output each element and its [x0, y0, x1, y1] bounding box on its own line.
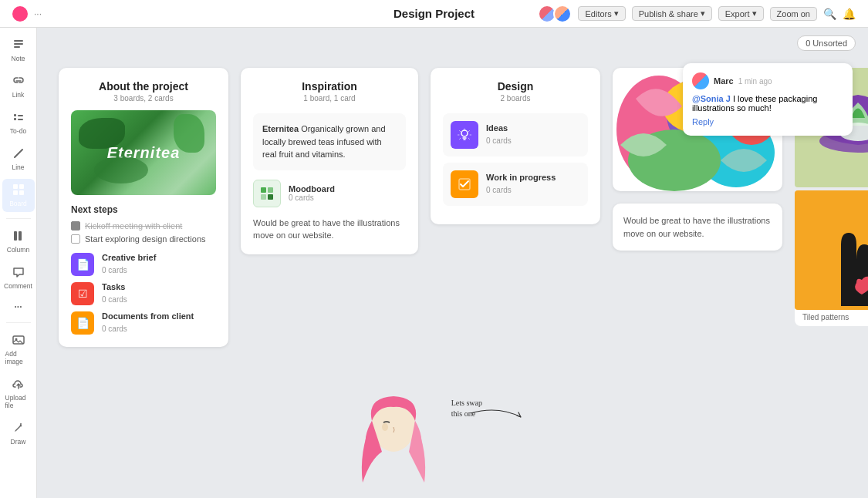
person-sketch-svg [351, 390, 444, 498]
about-items: 📄 Creative brief 0 cards ☑ Tasks 0 cards… [71, 253, 216, 335]
moodboard-title: Moodboard [289, 184, 335, 193]
sidebar-item-more[interactable]: ··· [2, 298, 35, 316]
app-logo [12, 6, 28, 22]
moodboard-item[interactable]: Moodboard 0 cards [253, 180, 406, 207]
zoom-button[interactable]: Zoom on [770, 7, 817, 21]
link-icon [12, 75, 25, 89]
sidebar-label-column: Column [7, 246, 29, 254]
svg-rect-2 [14, 46, 20, 48]
sidebar-item-column[interactable]: Column [2, 225, 35, 258]
sidebar-item-board[interactable]: Board [2, 179, 35, 212]
tasks-item[interactable]: ☑ Tasks 0 cards [71, 282, 216, 305]
sidebar-item-link[interactable]: Link [2, 70, 35, 103]
comment-body: @Sonia J I love these packaging illustra… [692, 94, 843, 113]
topbar: ··· Design Project Editors ▾ Publish & s… [0, 0, 868, 28]
svg-rect-18 [268, 187, 273, 193]
photo-grid-label: Tiled patterns [795, 308, 868, 326]
inspiration-card: Inspiration 1 board, 1 card Eternitea Or… [241, 68, 418, 254]
publish-button[interactable]: Publish & share ▾ [632, 6, 712, 21]
sidebar-item-addimage[interactable]: Add image [2, 329, 35, 370]
svg-rect-10 [13, 190, 18, 195]
comment-mention: @Sonia J [692, 94, 731, 103]
todo-icon [12, 111, 25, 126]
topbar-actions: Editors ▾ Publish & share ▾ Export ▾ Zoo… [538, 5, 856, 23]
wip-icon [451, 170, 478, 198]
checkbox-2[interactable] [71, 234, 80, 244]
documents-icon: 📄 [71, 311, 94, 335]
topbar-title: Design Project [393, 7, 475, 20]
tasks-icon: ☑ [71, 282, 94, 305]
note-card: Would be great to have the illustrations… [613, 204, 782, 251]
avatar-2 [553, 5, 572, 23]
wip-item[interactable]: Work in progress 0 cards [443, 163, 588, 206]
checklist-item-2: Start exploring design directions [71, 234, 216, 244]
svg-rect-19 [261, 194, 266, 200]
sidebar-item-uploadfile[interactable]: Upload file [2, 373, 35, 414]
checkbox-1[interactable] [71, 221, 80, 230]
checklist-text-2: Start exploring design directions [85, 234, 206, 244]
sidebar-item-todo[interactable]: To-do [2, 106, 35, 140]
uploadfile-icon [12, 378, 25, 392]
design-card: Design 2 boards Ideas 0 cards Work in pr… [431, 68, 600, 224]
inspiration-subtitle: 1 board, 1 card [253, 94, 406, 103]
sidebar-label-comment: Comment [4, 282, 32, 290]
sidebar: Note Link To-do Line Board Column C [0, 28, 37, 498]
documents-info: Documents from client 0 cards [102, 311, 194, 335]
moodboard-cards: 0 cards [289, 193, 335, 202]
documents-item[interactable]: 📄 Documents from client 0 cards [71, 311, 216, 335]
about-subtitle: 3 boards, 2 cards [71, 94, 216, 103]
draw-icon [12, 422, 25, 436]
checklist-item-1: Kickoff meeting with client [71, 221, 216, 230]
comment-time: 1 min ago [738, 77, 772, 86]
unsorted-badge[interactable]: 0 Unsorted [797, 35, 856, 51]
svg-rect-4 [18, 115, 23, 116]
moodboard-icon [253, 180, 281, 207]
creative-brief-icon: 📄 [71, 253, 94, 276]
svg-rect-8 [13, 184, 18, 189]
ideas-info: Ideas 0 cards [486, 123, 512, 146]
topbar-breadcrumb: ··· [34, 8, 42, 19]
svg-rect-20 [268, 194, 273, 200]
about-hero: Eternitea [71, 110, 216, 195]
inspiration-note: Would be great to have the illustrations… [253, 217, 406, 242]
svg-rect-6 [18, 119, 23, 120]
sidebar-item-note[interactable]: Note [2, 34, 35, 67]
svg-rect-11 [19, 190, 24, 195]
notifications-icon[interactable]: 🔔 [843, 8, 856, 20]
svg-rect-12 [14, 231, 17, 241]
ideas-item[interactable]: Ideas 0 cards [443, 113, 588, 156]
reply-button[interactable]: Reply [692, 117, 843, 126]
eternitea-name: Eternitea [262, 124, 301, 133]
note-text: Would be great to have the illustrations… [623, 216, 770, 238]
inspiration-title: Inspiration [253, 80, 406, 93]
note-icon [12, 39, 25, 53]
topbar-left: ··· [12, 6, 42, 22]
editors-avatars [538, 5, 572, 23]
creative-brief-item[interactable]: 📄 Creative brief 0 cards [71, 253, 216, 276]
export-button[interactable]: Export ▾ [718, 6, 764, 21]
search-icon[interactable]: 🔍 [823, 8, 836, 20]
svg-point-21 [461, 130, 468, 136]
board-icon [12, 183, 25, 198]
sidebar-item-line[interactable]: Line [2, 143, 35, 176]
svg-line-7 [15, 150, 22, 157]
design-subtitle: 2 boards [443, 94, 588, 103]
more-icon: ··· [14, 302, 22, 311]
sidebar-item-draw[interactable]: Draw [2, 417, 35, 450]
column-icon [12, 230, 25, 244]
creative-brief-info: Creative brief 0 cards [102, 253, 156, 276]
sidebar-item-comment[interactable]: Comment [2, 261, 35, 294]
comment-header: Marc 1 min ago [692, 72, 843, 89]
wip-info: Work in progress 0 cards [486, 173, 556, 196]
svg-point-16 [20, 423, 22, 425]
canvas: 0 Unsorted About the project 3 boards, 2… [37, 28, 868, 498]
svg-rect-3 [14, 114, 16, 116]
sidebar-label-todo: To-do [10, 127, 26, 135]
next-steps-title: Next steps [71, 204, 216, 215]
person-sketch-area: Lets swapthis one [351, 390, 444, 483]
chevron-down-icon: ▾ [701, 8, 705, 19]
svg-point-54 [382, 423, 388, 431]
editors-button[interactable]: Editors ▾ [578, 6, 625, 21]
next-steps: Next steps Kickoff meeting with client S… [71, 204, 216, 244]
commenter-name: Marc [714, 76, 734, 86]
